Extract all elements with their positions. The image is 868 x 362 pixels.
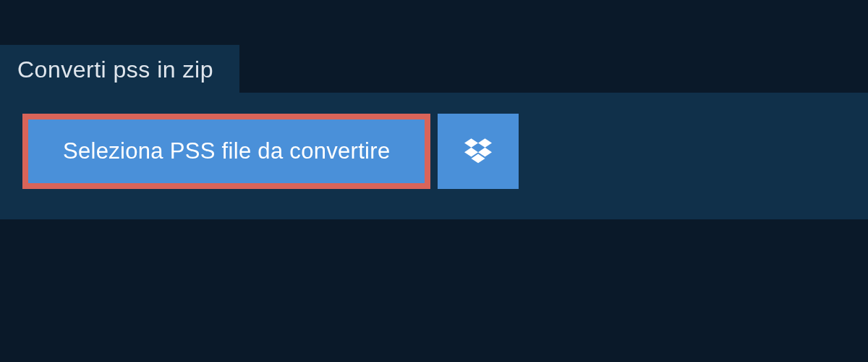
action-row: Seleziona PSS file da convertire (22, 114, 519, 189)
tab-title: Converti pss in zip (17, 56, 213, 83)
dropbox-icon (464, 136, 492, 167)
dropbox-button[interactable] (438, 114, 519, 189)
select-file-button[interactable]: Seleziona PSS file da convertire (22, 114, 430, 189)
tab-converter[interactable]: Converti pss in zip (0, 45, 239, 96)
select-file-label: Seleziona PSS file da convertire (63, 138, 390, 164)
app-container: Converti pss in zip Seleziona PSS file d… (0, 0, 868, 362)
